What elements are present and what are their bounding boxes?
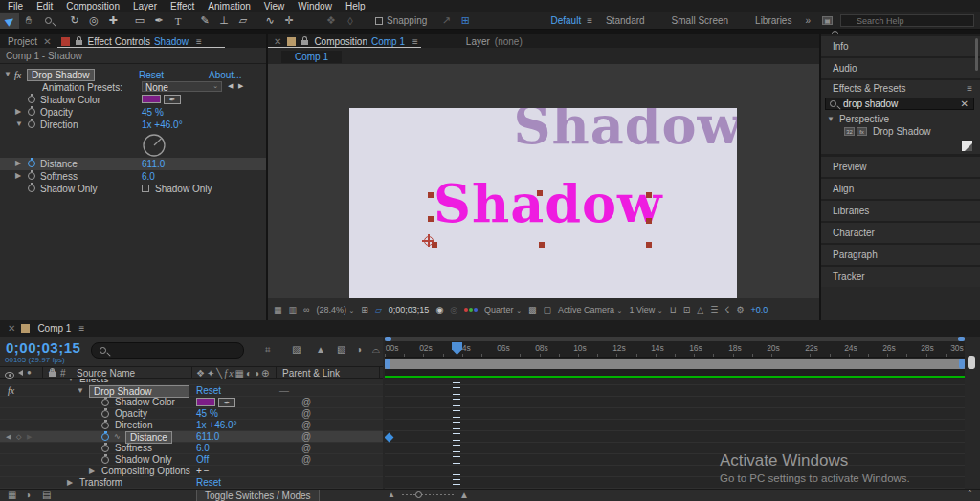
current-timecode[interactable]: 0;00;03;15 <box>6 339 80 356</box>
eyedropper-icon[interactable]: ✒ <box>218 398 235 407</box>
transform-reset-link[interactable]: Reset <box>196 477 221 488</box>
shadow-only-checkbox[interactable] <box>142 185 149 192</box>
collapse-arrow-icon[interactable]: ▼ <box>4 70 11 78</box>
reset-link[interactable]: Reset <box>139 70 164 80</box>
menu-animation[interactable]: Animation <box>208 1 250 11</box>
snapping-toggle[interactable]: Snapping <box>375 15 427 26</box>
pick-whip-icon[interactable]: @ <box>301 443 311 453</box>
compositing-options-row[interactable]: ▶ Compositing Options +− <box>0 466 383 477</box>
main-monitor-icon[interactable]: ▥ <box>289 305 298 315</box>
transparency-grid-icon[interactable]: ▩ <box>528 305 537 315</box>
shadow-only-row[interactable]: Shadow Only Off @ <box>0 454 383 466</box>
panel-menu-icon[interactable]: ≡ <box>412 36 418 47</box>
collapse-arrow-icon[interactable]: ▼ <box>77 386 84 395</box>
flowchart-icon[interactable]: ☇ <box>724 305 729 315</box>
workspace-overflow-chevron[interactable]: » <box>805 15 811 26</box>
preset-group-perspective[interactable]: ▼ Perspective <box>821 113 980 125</box>
distance-value[interactable]: 611.0 <box>142 159 165 169</box>
timeline-scrollbar-handle[interactable] <box>968 356 975 369</box>
number-column[interactable]: # <box>60 368 66 379</box>
selection-handle[interactable] <box>539 242 545 248</box>
eraser-tool-icon[interactable]: ▱ <box>234 13 253 29</box>
pick-whip-icon[interactable]: @ <box>301 397 311 407</box>
parent-link-column[interactable]: Parent & Link <box>282 368 340 379</box>
softness-value[interactable]: 6.0 <box>196 443 210 453</box>
snapshot-camera-icon[interactable]: ◉ <box>435 305 443 315</box>
direction-value[interactable]: 1x +46.0° <box>196 420 237 430</box>
direction-dial[interactable] <box>141 132 167 161</box>
pixel-aspect-icon[interactable]: ⊡ <box>683 305 691 315</box>
shadow-only-value[interactable]: Off <box>196 454 209 465</box>
shadow-color-swatch[interactable] <box>196 398 215 406</box>
direction-row[interactable]: Direction 1x +46.0° @ <box>0 420 383 431</box>
shape-tool-icon[interactable]: ▭ <box>130 13 149 29</box>
stopwatch-icon[interactable] <box>101 456 109 464</box>
panel-character[interactable]: Character <box>821 223 980 243</box>
prev-keyframe-icon[interactable]: ◀ <box>6 433 11 441</box>
panel-libraries[interactable]: Libraries <box>821 201 980 221</box>
tab-project[interactable]: Project <box>8 36 37 47</box>
about-link[interactable]: About... <box>209 70 241 80</box>
timeline-tab[interactable]: Comp 1 <box>37 323 71 334</box>
time-ruler[interactable]: 0:00s 02s 04s 06s 08s 10s 12s 14s 16s 18… <box>385 341 965 358</box>
stopwatch-icon[interactable] <box>101 410 109 418</box>
work-area-start-handle[interactable] <box>385 359 390 369</box>
puppet-pin-tool-icon[interactable]: ✛ <box>279 13 299 29</box>
reset-link[interactable]: Reset <box>196 385 221 396</box>
hand-tool-icon[interactable]: ✋︎ <box>19 13 38 29</box>
panel-paragraph[interactable]: Paragraph <box>821 245 980 265</box>
panel-preview[interactable]: Preview <box>821 157 980 177</box>
stopwatch-icon[interactable] <box>101 445 109 452</box>
drop-shadow-row[interactable]: fx ▼ Drop Shadow Reset — <box>0 385 383 397</box>
distance-value[interactable]: 611.0 <box>196 431 219 442</box>
view-layout-dropdown[interactable]: 1 View ⌄ <box>629 305 662 315</box>
selection-handle[interactable] <box>646 218 652 224</box>
effect-header-row[interactable]: ▼ fx Drop Shadow Reset About... <box>0 69 266 81</box>
selection-handle[interactable] <box>428 192 434 198</box>
direction-value[interactable]: 1x +46.0° <box>142 120 183 130</box>
zoom-level-dropdown[interactable]: (28.4%) ⌄ <box>316 305 354 315</box>
expand-switches-pane-icon[interactable]: ▦ <box>8 490 16 500</box>
exposure-value[interactable]: +0.0 <box>751 305 768 315</box>
next-keyframe-icon[interactable]: ▶ <box>27 433 32 441</box>
motion-blur-icon[interactable]: ◑ <box>356 344 362 355</box>
pick-whip-icon[interactable]: @ <box>301 454 311 465</box>
zoom-out-mountain-icon[interactable]: ▲ <box>388 490 395 499</box>
workspace-manager-icon[interactable]: ▤ <box>822 16 833 25</box>
collapse-arrow-icon[interactable]: ▼ <box>827 115 835 123</box>
comp-canvas[interactable]: Shadow Shadow <box>349 108 737 298</box>
tab-composition[interactable]: Composition <box>314 36 368 47</box>
clone-stamp-tool-icon[interactable]: ⊥ <box>214 13 234 29</box>
stopwatch-icon[interactable] <box>28 120 35 128</box>
type-tool-icon[interactable]: T <box>168 13 188 29</box>
tab-effect-controls[interactable]: Effect Controls <box>88 36 150 47</box>
opacity-value[interactable]: 45 % <box>142 107 164 118</box>
softness-value[interactable]: 6.0 <box>142 171 155 182</box>
lock-icon[interactable] <box>76 40 82 45</box>
roto-brush-tool-icon[interactable]: ∿ <box>260 13 279 29</box>
toggle-switches-modes-button[interactable]: Toggle Switches / Modes <box>196 490 320 501</box>
eyedropper-icon[interactable]: ✒ <box>164 95 181 104</box>
comp-subtab[interactable]: Comp 1 <box>281 51 342 63</box>
effect-name[interactable]: Drop Shadow <box>27 69 95 81</box>
roi-icon[interactable]: ▱ <box>375 305 382 315</box>
audio-column-icon[interactable] <box>18 370 23 376</box>
zoom-slider-handle[interactable] <box>415 491 422 498</box>
switches-columns-icons[interactable]: ❖✦╲fx▦◐◑⊕ <box>196 368 272 379</box>
workspace-default-menu-icon[interactable]: ≡ <box>587 15 592 26</box>
always-preview-icon[interactable]: ▦ <box>274 305 282 315</box>
panel-menu-icon[interactable]: ≡ <box>78 323 84 334</box>
shadow-text-front[interactable]: Shadow <box>434 173 663 234</box>
panel-align[interactable]: Align <box>821 179 980 199</box>
rotate-tool-icon[interactable]: ↻ <box>65 13 84 29</box>
brush-tool-icon[interactable]: ✎ <box>195 13 214 29</box>
zoom-tool-icon[interactable] <box>38 13 57 29</box>
tab-layer[interactable]: Layer <box>466 36 490 47</box>
channels-icon[interactable] <box>464 308 478 312</box>
selection-handle[interactable] <box>646 192 652 198</box>
graph-toggle-icon[interactable]: ∿ <box>114 432 121 441</box>
stopwatch-icon-active[interactable] <box>101 433 109 441</box>
panel-tracker[interactable]: Tracker <box>821 267 980 287</box>
comp-mini-flowchart-icon[interactable]: ⌗ <box>265 344 271 356</box>
add-keyframe-icon[interactable]: ◇ <box>16 433 21 441</box>
